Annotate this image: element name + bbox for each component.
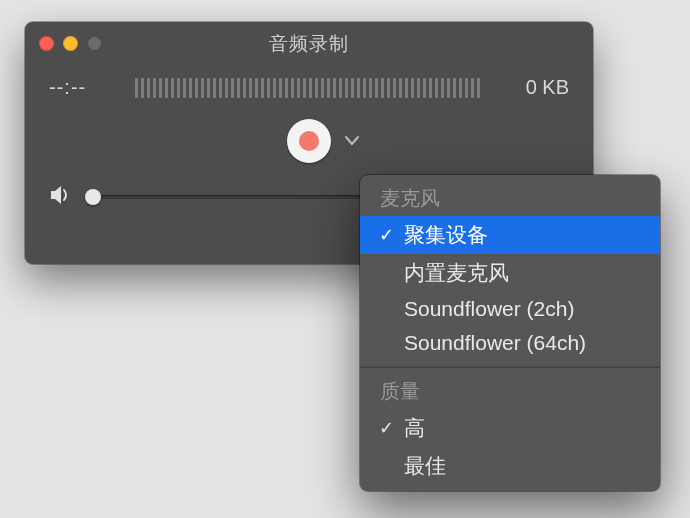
record-row (25, 119, 593, 163)
microphone-item[interactable]: Soundflower (2ch) (360, 292, 660, 326)
elapsed-time: --:-- (49, 76, 117, 99)
meter-tick (345, 78, 348, 98)
meter-tick (327, 78, 330, 98)
meter-tick (267, 78, 270, 98)
meter-tick (321, 78, 324, 98)
menu-separator (360, 366, 660, 368)
close-window-button[interactable] (39, 36, 54, 51)
meter-tick (315, 78, 318, 98)
meter-tick (147, 78, 150, 98)
meter-tick (333, 78, 336, 98)
meter-tick (261, 78, 264, 98)
meter-tick (399, 78, 402, 98)
meter-tick (309, 78, 312, 98)
meter-tick (219, 78, 222, 98)
window-title: 音频录制 (269, 31, 349, 57)
menu-item-label: Soundflower (2ch) (404, 297, 644, 321)
quality-item[interactable]: 最佳 (360, 447, 660, 485)
menu-item-label: 高 (404, 414, 644, 442)
meter-tick (225, 78, 228, 98)
meter-tick (369, 78, 372, 98)
checkmark-icon: ✓ (376, 224, 396, 246)
slider-thumb[interactable] (85, 189, 101, 205)
meter-tick (189, 78, 192, 98)
menu-section-quality: 质量 (360, 374, 660, 409)
options-menu: 麦克风 ✓聚集设备内置麦克风Soundflower (2ch)Soundflow… (360, 175, 660, 491)
meter-tick (171, 78, 174, 98)
meter-tick (303, 78, 306, 98)
microphone-item[interactable]: 内置麦克风 (360, 254, 660, 292)
level-meter (135, 78, 491, 98)
window-controls (39, 36, 102, 51)
titlebar: 音频录制 (25, 22, 593, 66)
meter-tick (201, 78, 204, 98)
meter-tick (165, 78, 168, 98)
meter-tick (291, 78, 294, 98)
menu-item-label: Soundflower (64ch) (404, 331, 644, 355)
meter-tick (357, 78, 360, 98)
meter-tick (465, 78, 468, 98)
meter-tick (429, 78, 432, 98)
meter-tick (459, 78, 462, 98)
meter-tick (237, 78, 240, 98)
file-size: 0 KB (509, 76, 569, 99)
menu-item-label: 内置麦克风 (404, 259, 644, 287)
quality-item[interactable]: ✓高 (360, 409, 660, 447)
meter-tick (411, 78, 414, 98)
meter-tick (297, 78, 300, 98)
meter-tick (375, 78, 378, 98)
meter-tick (417, 78, 420, 98)
meter-tick (273, 78, 276, 98)
record-button[interactable] (287, 119, 331, 163)
meter-tick (435, 78, 438, 98)
meter-tick (477, 78, 480, 98)
menu-item-label: 聚集设备 (404, 221, 644, 249)
meter-tick (405, 78, 408, 98)
options-dropdown-button[interactable] (345, 133, 359, 149)
menu-item-label: 最佳 (404, 452, 644, 480)
meter-tick (183, 78, 186, 98)
minimize-window-button[interactable] (63, 36, 78, 51)
meter-tick (471, 78, 474, 98)
meter-tick (423, 78, 426, 98)
meter-tick (351, 78, 354, 98)
meter-tick (453, 78, 456, 98)
meter-tick (231, 78, 234, 98)
meter-tick (141, 78, 144, 98)
meter-tick (381, 78, 384, 98)
menu-section-microphone: 麦克风 (360, 181, 660, 216)
meter-tick (387, 78, 390, 98)
meter-tick (255, 78, 258, 98)
meter-tick (249, 78, 252, 98)
meter-tick (159, 78, 162, 98)
speaker-icon (49, 185, 73, 209)
record-icon (299, 131, 319, 151)
meter-tick (135, 78, 138, 98)
meter-tick (213, 78, 216, 98)
checkmark-icon: ✓ (376, 417, 396, 439)
meter-tick (195, 78, 198, 98)
microphone-item[interactable]: ✓聚集设备 (360, 216, 660, 254)
meter-tick (207, 78, 210, 98)
meter-tick (177, 78, 180, 98)
meter-tick (393, 78, 396, 98)
meter-tick (243, 78, 246, 98)
meter-tick (339, 78, 342, 98)
meter-tick (441, 78, 444, 98)
meter-tick (447, 78, 450, 98)
meter-tick (285, 78, 288, 98)
meter-tick (279, 78, 282, 98)
meter-tick (363, 78, 366, 98)
meter-row: --:-- 0 KB (25, 66, 593, 99)
zoom-window-button[interactable] (87, 36, 102, 51)
meter-tick (153, 78, 156, 98)
microphone-item[interactable]: Soundflower (64ch) (360, 326, 660, 360)
